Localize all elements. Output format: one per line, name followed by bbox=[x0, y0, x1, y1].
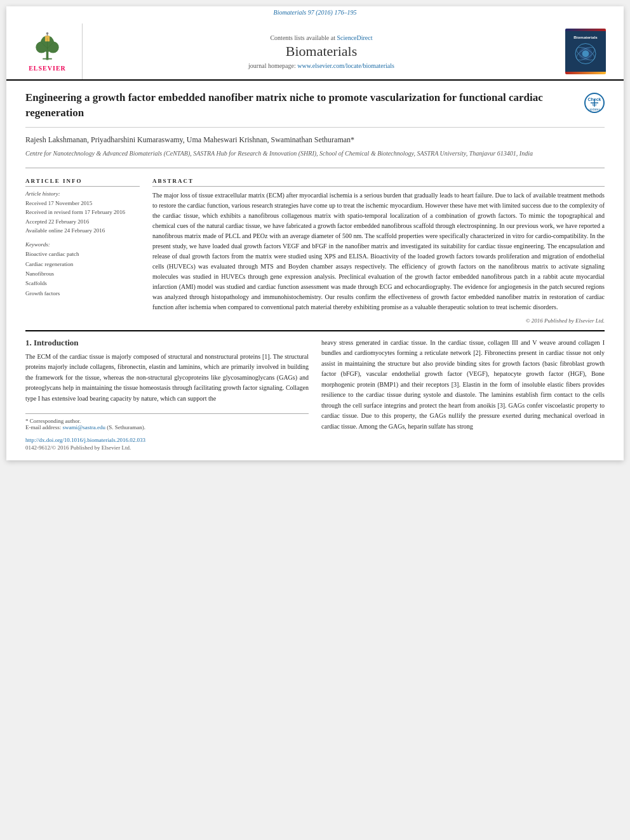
email-link[interactable]: swami@sastra.edu bbox=[62, 424, 105, 430]
article-info-column: ARTICLE INFO Article history: Received 1… bbox=[25, 178, 140, 324]
elsevier-wordmark: ELSEVIER bbox=[29, 65, 66, 72]
intro-text-right: heavy stress generated in cardiac tissue… bbox=[321, 338, 605, 432]
doi-line: http://dx.doi.org/10.1016/j.biomaterials… bbox=[25, 437, 309, 443]
email-line: E-mail address: swami@sastra.edu (S. Set… bbox=[25, 424, 309, 430]
history-label: Article history: bbox=[25, 190, 140, 197]
body-col-left: 1. Introduction The ECM of the cardiac t… bbox=[25, 338, 309, 451]
accepted-date: Accepted 22 February 2016 bbox=[25, 217, 140, 226]
abstract-copyright: © 2016 Published by Elsevier Ltd. bbox=[152, 317, 605, 324]
svg-point-4 bbox=[48, 41, 59, 53]
intro-text-left: The ECM of the cardiac tissue is majorly… bbox=[25, 352, 309, 404]
available-date: Available online 24 February 2016 bbox=[25, 226, 140, 235]
body-col-right: heavy stress generated in cardiac tissue… bbox=[321, 338, 605, 451]
keyword-3: Nanofibrous bbox=[25, 269, 140, 279]
journal-title: Biomaterials bbox=[286, 43, 357, 60]
contents-line: Contents lists available at ScienceDirec… bbox=[270, 34, 372, 41]
elsevier-logo: ELSEVIER bbox=[19, 23, 83, 79]
intro-heading: 1. Introduction bbox=[25, 338, 309, 348]
journal-center-info: Contents lists available at ScienceDirec… bbox=[83, 23, 560, 79]
doi-link[interactable]: http://dx.doi.org/10.1016/j.biomaterials… bbox=[25, 437, 145, 443]
divider-1 bbox=[25, 168, 605, 168]
keyword-2: Cardiac regeneration bbox=[25, 260, 140, 269]
affiliation: Centre for Nanotechnology & Advanced Bio… bbox=[25, 149, 605, 158]
article-info-abstract-section: ARTICLE INFO Article history: Received 1… bbox=[25, 178, 605, 324]
crossmark-icon: Check for updates bbox=[584, 93, 605, 113]
svg-point-3 bbox=[36, 41, 47, 53]
keywords-section: Keywords: Bioactive cardiac patch Cardia… bbox=[25, 241, 140, 298]
article-info-heading: ARTICLE INFO bbox=[25, 178, 140, 187]
svg-text:updates: updates bbox=[589, 107, 600, 111]
journal-header: ELSEVIER Contents lists available at Sci… bbox=[6, 18, 624, 81]
elsevier-tree-icon bbox=[30, 31, 65, 63]
cover-svg: Biomaterials bbox=[565, 29, 606, 74]
main-content: Engineering a growth factor embedded nan… bbox=[6, 81, 624, 460]
journal-homepage: journal homepage: www.elsevier.com/locat… bbox=[248, 62, 394, 69]
article-title: Engineering a growth factor embedded nan… bbox=[25, 90, 578, 121]
biomaterials-cover-thumbnail: Biomaterials bbox=[565, 29, 606, 74]
article-title-section: Engineering a growth factor embedded nan… bbox=[25, 90, 605, 128]
received-date: Received 17 November 2015 bbox=[25, 199, 140, 208]
divider-thick bbox=[25, 330, 605, 331]
sciencedirect-link[interactable]: ScienceDirect bbox=[337, 34, 372, 41]
authors: Rajesh Lakshmanan, Priyadharshini Kumara… bbox=[25, 134, 605, 146]
corresponding-author-note: * Corresponding author. bbox=[25, 418, 309, 424]
abstract-text: The major loss of tissue extracellular m… bbox=[152, 190, 605, 312]
keywords-label: Keywords: bbox=[25, 241, 140, 248]
journal-reference: Biomaterials 97 (2016) 176–195 bbox=[6, 6, 624, 18]
abstract-column: ABSTRACT The major loss of tissue extrac… bbox=[152, 178, 605, 324]
keyword-4: Scaffolds bbox=[25, 279, 140, 288]
page: Biomaterials 97 (2016) 176–195 bbox=[6, 6, 624, 460]
issn-copyright: 0142-9612/© 2016 Published by Elsevier L… bbox=[25, 444, 309, 451]
abstract-heading: ABSTRACT bbox=[152, 178, 605, 187]
introduction-section: 1. Introduction The ECM of the cardiac t… bbox=[25, 338, 605, 451]
journal-cover-image: Biomaterials bbox=[560, 23, 611, 79]
keyword-5: Growth factors bbox=[25, 289, 140, 298]
keyword-1: Bioactive cardiac patch bbox=[25, 250, 140, 259]
svg-text:Biomaterials: Biomaterials bbox=[573, 35, 598, 39]
svg-point-15 bbox=[582, 50, 589, 57]
footnote-area: * Corresponding author. E-mail address: … bbox=[25, 413, 309, 430]
revised-date: Received in revised form 17 February 201… bbox=[25, 208, 140, 217]
homepage-link[interactable]: www.elsevier.com/locate/biomaterials bbox=[297, 62, 394, 69]
svg-point-7 bbox=[46, 32, 49, 35]
article-history: Article history: Received 17 November 20… bbox=[25, 190, 140, 236]
